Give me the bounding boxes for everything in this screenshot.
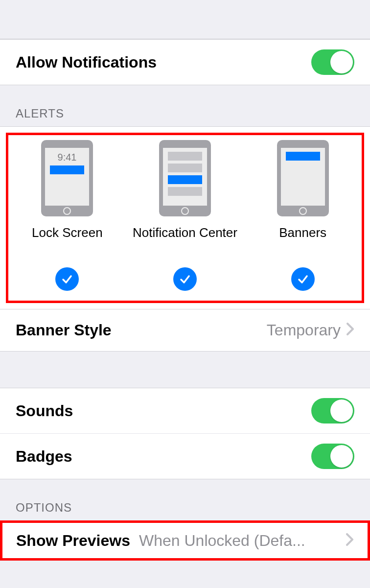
svg-rect-7 (168, 152, 202, 161)
show-previews-label: Show Previews (16, 532, 130, 550)
notification-center-icon (159, 140, 211, 216)
chevron-right-icon (347, 321, 354, 339)
allow-notifications-toggle[interactable] (311, 49, 354, 75)
alert-label-lock-screen: Lock Screen (32, 225, 103, 240)
banner-style-value: Temporary (267, 321, 341, 339)
alert-label-banners: Banners (279, 225, 326, 240)
checkmark-icon (61, 273, 73, 285)
checkmark-icon (179, 273, 191, 285)
banner-style-label: Banner Style (16, 321, 112, 339)
sounds-toggle[interactable] (311, 398, 354, 423)
sounds-label: Sounds (16, 402, 73, 420)
checkmark-lock-screen[interactable] (55, 267, 79, 291)
badges-row[interactable]: Badges (0, 434, 370, 479)
show-previews-row[interactable]: Show Previews When Unlocked (Defa... (2, 523, 368, 558)
top-spacer (0, 0, 370, 39)
alert-item-banners[interactable]: Banners (244, 140, 362, 291)
svg-rect-10 (168, 187, 202, 196)
svg-rect-9 (168, 175, 202, 184)
sounds-row[interactable]: Sounds (0, 388, 370, 434)
alert-item-lock-screen[interactable]: 9:41 Lock Screen (8, 140, 126, 291)
svg-rect-8 (168, 164, 202, 172)
badges-label: Badges (16, 447, 72, 466)
alerts-highlight-box: 9:41 Lock Screen Notificati (6, 133, 364, 303)
alert-label-notification-center: Notification Center (133, 225, 237, 240)
allow-notifications-label: Allow Notifications (16, 53, 157, 71)
checkmark-icon (297, 273, 309, 285)
options-section-header: OPTIONS (0, 479, 370, 520)
alert-item-notification-center[interactable]: Notification Center (126, 140, 244, 291)
alerts-panel: 9:41 Lock Screen Notificati (0, 126, 370, 309)
svg-rect-3 (50, 165, 84, 174)
checkmark-banners[interactable] (291, 267, 315, 291)
allow-notifications-row[interactable]: Allow Notifications (0, 39, 370, 85)
show-previews-highlight-box: Show Previews When Unlocked (Defa... (0, 520, 370, 561)
chevron-right-icon (346, 532, 354, 550)
show-previews-value: When Unlocked (Defa... (139, 532, 340, 550)
svg-text:9:41: 9:41 (58, 152, 77, 163)
gap-1 (0, 352, 370, 388)
badges-toggle[interactable] (311, 444, 354, 469)
lock-screen-icon: 9:41 (41, 140, 93, 216)
svg-rect-14 (286, 152, 320, 161)
alerts-section-header: ALERTS (0, 85, 370, 126)
checkmark-notification-center[interactable] (173, 267, 197, 291)
sounds-badges-group: Sounds Badges (0, 388, 370, 479)
banners-icon (277, 140, 329, 216)
banner-style-row[interactable]: Banner Style Temporary (0, 309, 370, 352)
